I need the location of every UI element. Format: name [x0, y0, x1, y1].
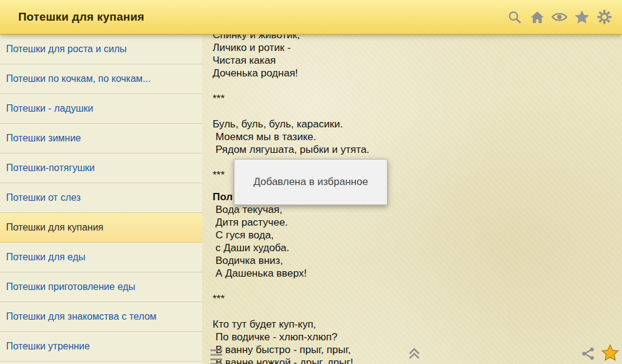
sidebar-item-label: Потешки по кочкам, по кочкам...	[6, 73, 151, 84]
sidebar-item-znakomstvo-s-telom[interactable]: Потешки для знакомства с телом	[0, 302, 202, 332]
sidebar-item-label: Потешки - ладушки	[6, 103, 93, 114]
app-root: Потешки для купания	[0, 0, 622, 364]
sidebar-item-dlya-edy[interactable]: Потешки для еды	[0, 243, 202, 272]
home-icon[interactable]	[528, 7, 546, 27]
favorites-star-icon[interactable]	[573, 7, 591, 27]
sidebar-item-label: Потешки для еды	[6, 252, 85, 263]
sidebar-item-label: Потешки утренние	[6, 341, 90, 352]
sidebar-item-utrennie[interactable]: Потешки утренние	[0, 332, 202, 362]
sidebar-item-label: Потешки для купания	[6, 222, 103, 233]
sidebar-item-prigotovlenie-edy[interactable]: Потешки приготовление еды	[0, 272, 202, 302]
sidebar-item-potyagushki[interactable]: Потешки-потягушки	[0, 153, 202, 183]
settings-gear-icon[interactable]	[595, 7, 613, 27]
eye-icon[interactable]	[550, 7, 569, 27]
sidebar-item-rost-i-sila[interactable]: Потешки для роста и силы	[0, 35, 202, 64]
toast-message: Добавлена в избранное	[253, 176, 368, 188]
sidebar-item-dlya-kupaniya[interactable]: Потешки для купания	[0, 213, 202, 243]
sidebar-item-label: Потешки приготовление еды	[6, 281, 135, 292]
sidebar: Потешки для роста и силы Потешки по кочк…	[0, 35, 202, 364]
sidebar-item-label: Потешки от слез	[6, 192, 81, 203]
sidebar-item-po-kochkam[interactable]: Потешки по кочкам, по кочкам...	[0, 64, 202, 94]
sidebar-item-label: Потешки для роста и силы	[6, 44, 127, 55]
toast: Добавлена в избранное	[234, 159, 388, 205]
poem-text-block-2: Вода текучая, Дитя растучее. С гуся вода…	[213, 203, 622, 364]
sidebar-item-label: Потешки для знакомства с телом	[6, 311, 157, 322]
sidebar-item-label: Потешки-потягушки	[6, 163, 95, 174]
sidebar-item-ot-slez[interactable]: Потешки от слез	[0, 183, 202, 213]
page-title: Потешки для купания	[9, 10, 145, 24]
sidebar-item-label: Потешки зимние	[6, 133, 81, 144]
go-to-top-icon[interactable]	[406, 346, 422, 363]
sidebar-item-ladushki[interactable]: Потешки - ладушки	[0, 94, 202, 124]
action-bar: Потешки для купания	[0, 0, 622, 35]
action-bar-buttons	[505, 7, 613, 27]
sidebar-item-zimnie[interactable]: Потешки зимние	[0, 124, 202, 153]
favorite-star-icon[interactable]	[601, 343, 620, 364]
list-menu-icon[interactable]	[208, 347, 224, 364]
share-icon[interactable]	[580, 346, 596, 363]
search-icon[interactable]	[505, 7, 524, 27]
